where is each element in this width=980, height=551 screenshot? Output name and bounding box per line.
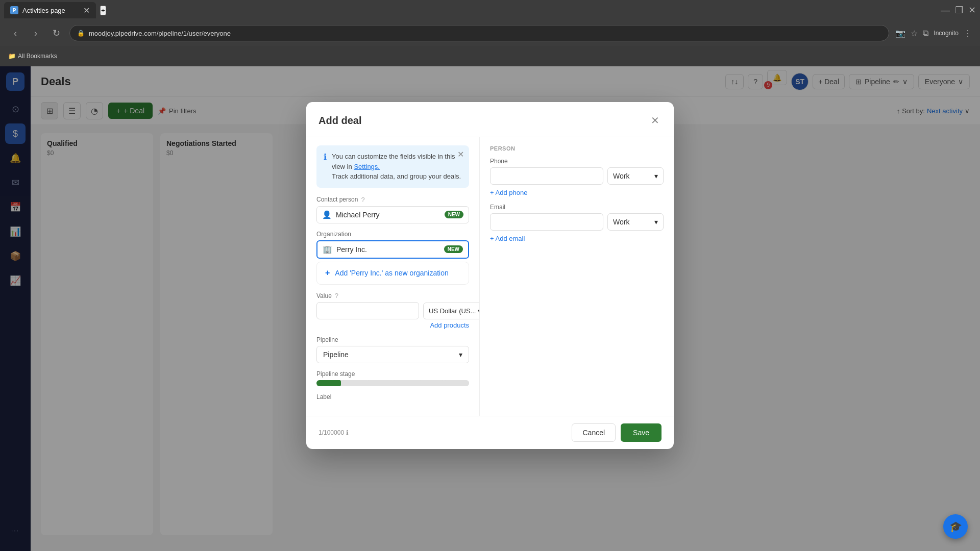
info-banner-subtext: Track additional data, and group your de…: [332, 172, 461, 180]
footer-actions: Cancel Save: [572, 423, 662, 442]
organization-input[interactable]: [336, 245, 440, 253]
modal-left-panel: ℹ You can customize the fields visible i…: [306, 137, 480, 416]
save-button[interactable]: Save: [621, 423, 662, 442]
browser-tab[interactable]: P Activities page ✕: [4, 2, 96, 18]
phone-input[interactable]: [490, 167, 603, 185]
stage-segment-2[interactable]: [342, 380, 366, 386]
modal-right-panel: PERSON Phone Work ▾ + Add phone Email: [480, 137, 674, 416]
phone-type-label: Work: [613, 172, 629, 180]
add-email-button[interactable]: + Add email: [490, 235, 525, 242]
modal-body: ℹ You can customize the fields visible i…: [306, 137, 674, 416]
email-type-label: Work: [613, 218, 629, 226]
stage-segment-1[interactable]: [316, 380, 341, 386]
lock-icon: 🔒: [77, 30, 85, 37]
add-products-link[interactable]: Add products: [316, 321, 469, 329]
contact-person-input-wrap[interactable]: 👤 NEW: [316, 206, 469, 223]
bookmarks-folder-icon: 📁: [8, 53, 16, 60]
email-label: Email: [490, 204, 664, 211]
tab-title: Activities page: [22, 7, 65, 14]
currency-select[interactable]: US Dollar (US... ▾: [423, 303, 480, 319]
char-count: 1/100000 ℹ: [318, 429, 349, 436]
maximize-button[interactable]: ❐: [955, 5, 963, 16]
label-label: Label: [316, 393, 469, 400]
info-banner-text: You can customize the fields visible in …: [332, 153, 455, 170]
floating-help-button[interactable]: 🎓: [943, 514, 968, 539]
value-group: Value ? US Dollar (US... ▾ Add products: [316, 292, 469, 329]
tab-close-button[interactable]: ✕: [83, 6, 90, 15]
email-group: Email Work ▾ + Add email: [490, 204, 664, 242]
org-new-badge: NEW: [444, 245, 463, 253]
browser-bookmarks: 📁 All Bookmarks: [0, 46, 980, 66]
stage-segment-3[interactable]: [368, 380, 392, 386]
stage-segment-6[interactable]: [445, 380, 469, 386]
char-count-value: 1/100000: [318, 429, 344, 436]
person-section-label: PERSON: [490, 145, 664, 152]
bookmark-star-icon[interactable]: ☆: [911, 29, 918, 38]
email-row: Work ▾: [490, 213, 664, 231]
browser-titlebar: P Activities page ✕ + — ❐ ✕: [0, 0, 980, 20]
org-suggestion[interactable]: + Add 'Perry Inc.' as new organization: [316, 261, 469, 285]
phone-label: Phone: [490, 158, 664, 165]
window-close-button[interactable]: ✕: [968, 5, 976, 16]
currency-label: US Dollar (US...: [429, 307, 476, 315]
address-bar[interactable]: 🔒 moodjoy.pipedrive.com/pipeline/1/user/…: [69, 25, 889, 41]
browser-right-icons: 📷 ☆ ⧉ Incognito ⋮: [895, 29, 972, 38]
label-group: Label: [316, 393, 469, 400]
modal-close-button[interactable]: ✕: [649, 112, 662, 129]
bookmarks-label: All Bookmarks: [18, 53, 57, 60]
email-input[interactable]: [490, 213, 603, 231]
organization-group: Organization 🏢 NEW + Add 'Perry Inc.' as…: [316, 230, 469, 285]
email-type-select[interactable]: Work ▾: [607, 213, 664, 231]
camera-icon[interactable]: 📷: [895, 29, 905, 38]
organization-input-wrap[interactable]: 🏢 NEW: [316, 240, 469, 258]
stage-segment-4[interactable]: [394, 380, 418, 386]
person-icon: 👤: [322, 210, 332, 219]
modal-title: Add deal: [318, 114, 361, 126]
value-help-icon[interactable]: ?: [335, 292, 338, 299]
pipeline-stage-bar[interactable]: [316, 380, 469, 386]
add-phone-button[interactable]: + Add phone: [490, 189, 527, 196]
reload-button[interactable]: ↻: [49, 26, 63, 40]
browser-menu-icon[interactable]: ⋮: [964, 29, 972, 38]
value-row: US Dollar (US... ▾: [316, 302, 469, 319]
phone-group: Phone Work ▾ + Add phone: [490, 158, 664, 196]
new-tab-button[interactable]: +: [100, 6, 106, 15]
phone-row: Work ▾: [490, 167, 664, 185]
organization-label: Organization: [316, 230, 469, 237]
org-icon: 🏢: [323, 244, 332, 254]
info-banner: ℹ You can customize the fields visible i…: [316, 145, 469, 188]
forward-button[interactable]: ›: [29, 26, 43, 40]
pipeline-select-chevron: ▾: [459, 350, 462, 359]
contact-person-label: Contact person ?: [316, 195, 469, 203]
add-email-label: + Add email: [490, 235, 525, 242]
tab-favicon: P: [10, 6, 18, 14]
stage-segment-5[interactable]: [419, 380, 444, 386]
pipeline-select[interactable]: Pipeline ▾: [316, 346, 469, 363]
contact-person-help-icon[interactable]: ?: [361, 195, 364, 203]
minimize-button[interactable]: —: [941, 5, 950, 16]
back-button[interactable]: ‹: [8, 26, 22, 40]
phone-type-select[interactable]: Work ▾: [607, 167, 664, 185]
contact-person-group: Contact person ? 👤 NEW: [316, 195, 469, 223]
info-text: You can customize the fields visible in …: [332, 152, 462, 182]
extensions-icon[interactable]: ⧉: [923, 29, 928, 38]
char-count-info-icon[interactable]: ℹ: [346, 429, 349, 436]
org-suggestion-plus-icon: +: [325, 268, 330, 278]
settings-link[interactable]: Settings.: [354, 162, 380, 170]
browser-chrome: P Activities page ✕ + — ❐ ✕ ‹ › ↻ 🔒 mood…: [0, 0, 980, 66]
info-banner-close-button[interactable]: ✕: [457, 149, 464, 159]
incognito-label: Incognito: [934, 30, 959, 37]
org-suggestion-text: Add 'Perry Inc.' as new organization: [335, 268, 448, 278]
pipeline-stage-group: Pipeline stage: [316, 370, 469, 386]
browser-controls: ‹ › ↻ 🔒 moodjoy.pipedrive.com/pipeline/1…: [0, 20, 980, 46]
pipeline-label: Pipeline: [316, 336, 469, 343]
value-input[interactable]: [316, 302, 419, 319]
cancel-button[interactable]: Cancel: [572, 423, 616, 442]
email-type-chevron: ▾: [654, 218, 658, 226]
contact-person-input[interactable]: [336, 210, 440, 218]
add-phone-label: + Add phone: [490, 189, 527, 196]
url-text: moodjoy.pipedrive.com/pipeline/1/user/ev…: [89, 30, 231, 37]
info-icon: ℹ: [324, 152, 327, 182]
value-label: Value ?: [316, 292, 469, 299]
pipeline-group: Pipeline Pipeline ▾: [316, 336, 469, 363]
